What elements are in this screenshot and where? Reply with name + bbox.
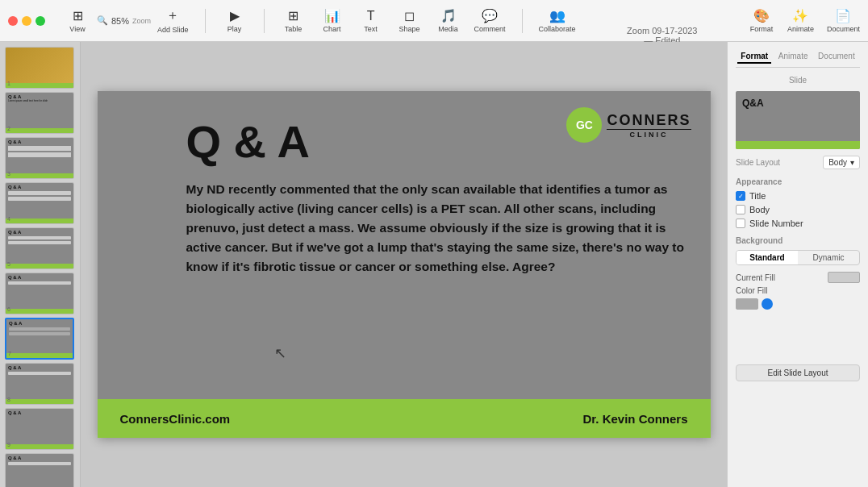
appearance-header: Appearance (736, 177, 860, 186)
slide-thumb-9[interactable]: Q & A 9 (5, 408, 74, 450)
add-slide-button[interactable]: ＋ Add Slide (157, 7, 189, 34)
slide-thumb-7[interactable]: Q & A 7 (5, 318, 74, 360)
appearance-section: Appearance Title Body Slide Number (736, 177, 860, 228)
toolbar: ⊞ View 🔍 85% Zoom ＋ Add Slide ▶ Play ⊞ T… (0, 0, 868, 42)
body-checkbox[interactable] (736, 205, 745, 214)
standard-button[interactable]: Standard (737, 251, 798, 264)
slide-thumb-10[interactable]: Q & A 10 (5, 453, 74, 487)
slide-thumb-6[interactable]: Q & A 6 (5, 273, 74, 314)
footer-left: ConnersClinic.com (120, 412, 231, 426)
zoom-icon: 🔍 (97, 15, 108, 26)
media-label: Media (438, 25, 458, 33)
slide[interactable]: Q & A GC CONNERS CLINIC My ND recently c… (98, 91, 711, 438)
slide-number-checkbox[interactable] (736, 219, 745, 228)
tab-animate[interactable]: Animate (775, 50, 812, 64)
slide-body[interactable]: My ND recently commented that the only s… (186, 180, 686, 389)
slide-thumb-4[interactable]: Q & A 4 (5, 182, 74, 224)
add-slide-icon: ＋ (166, 7, 179, 24)
slide-preview: Q&A (736, 91, 860, 149)
layout-dropdown[interactable]: Body ▾ (823, 156, 860, 169)
title-checkbox-row[interactable]: Title (736, 191, 860, 201)
animate-icon: ✨ (792, 8, 808, 23)
tab-document[interactable]: Document (815, 50, 858, 64)
slide-number-checkbox-row[interactable]: Slide Number (736, 219, 860, 228)
table-button[interactable]: ⊞ Table (281, 8, 307, 33)
layout-value: Body (828, 158, 847, 167)
zoom-control[interactable]: 🔍 85% Zoom (97, 15, 151, 26)
right-panel: Format Animate Document Slide Q&A Slide … (727, 42, 868, 487)
slide-title[interactable]: Q & A (186, 115, 310, 168)
logo-name: CONNERS (607, 112, 691, 129)
dynamic-button[interactable]: Dynamic (798, 251, 859, 264)
slide-panel: 1 Q & A Lorem ipsum small text here for … (0, 42, 81, 487)
table-label: Table (285, 25, 303, 33)
logo-initials: GC (576, 119, 593, 131)
standard-dynamic-toggle: Standard Dynamic (736, 250, 860, 265)
play-button[interactable]: ▶ Play (222, 8, 248, 33)
main-area: 1 Q & A Lorem ipsum small text here for … (0, 42, 868, 487)
animate-tab[interactable]: ✨ Animate (787, 8, 814, 33)
tab-format[interactable]: Format (737, 50, 771, 64)
footer-right: Dr. Kevin Conners (582, 412, 687, 426)
comment-button[interactable]: 💬 Comment (474, 8, 506, 33)
play-label: Play (227, 25, 242, 33)
view-group: ⊞ View 🔍 85% Zoom ＋ Add Slide (65, 7, 189, 34)
right-panel-tabs: Format Animate Document (736, 50, 860, 68)
collaborate-icon: 👥 (549, 8, 565, 23)
chevron-down-icon: ▾ (850, 158, 854, 167)
shape-button[interactable]: ◻ Shape (397, 8, 423, 33)
text-icon: T (367, 9, 375, 23)
document-icon: 📄 (835, 8, 851, 23)
document-tab[interactable]: 📄 Document (827, 8, 860, 33)
document-label: Document (827, 25, 860, 33)
edit-slide-layout-button[interactable]: Edit Slide Layout (736, 364, 860, 381)
body-checkbox-row[interactable]: Body (736, 205, 860, 214)
title-checkbox[interactable] (736, 191, 745, 201)
color-picker-button[interactable] (762, 298, 773, 310)
text-label: Text (364, 25, 378, 33)
slide-thumb-3[interactable]: Q & A 3 (5, 137, 74, 179)
logo-circle: GC (566, 107, 602, 143)
minimize-button[interactable] (22, 16, 31, 26)
preview-title: Q&A (742, 98, 764, 109)
slide-footer: ConnersClinic.com Dr. Kevin Conners (98, 399, 711, 438)
table-icon: ⊞ (288, 8, 298, 23)
slide-logo: GC CONNERS CLINIC (566, 107, 691, 143)
format-icon: 🎨 (753, 8, 770, 23)
bottom-section: Edit Slide Layout (736, 310, 860, 381)
media-button[interactable]: 🎵 Media (436, 8, 461, 33)
layout-row: Slide Layout Body ▾ (736, 156, 860, 169)
body-checkbox-label: Body (749, 205, 770, 214)
slide-number-checkbox-label: Slide Number (749, 219, 803, 228)
current-fill-swatch[interactable] (828, 272, 860, 283)
title-checkbox-label: Title (749, 191, 766, 201)
maximize-button[interactable] (35, 16, 45, 26)
shape-label: Shape (399, 25, 420, 33)
color-swatch[interactable] (736, 298, 758, 310)
chart-button[interactable]: 📊 Chart (319, 8, 345, 33)
close-button[interactable] (8, 16, 18, 26)
view-label: View (69, 25, 85, 33)
chart-label: Chart (323, 25, 341, 33)
slide-section-label: Slide (736, 76, 860, 85)
add-slide-label: Add Slide (157, 26, 189, 34)
collaborate-button[interactable]: 👥 Collaborate (539, 8, 576, 33)
text-button[interactable]: T Text (358, 9, 384, 33)
canvas-area[interactable]: Q & A GC CONNERS CLINIC My ND recently c… (81, 42, 727, 487)
slide-thumb-8[interactable]: Q & A 8 (5, 363, 74, 405)
slide-thumb-5[interactable]: Q & A 5 (5, 227, 74, 269)
slide-thumb-2[interactable]: Q & A Lorem ipsum small text here for sl… (5, 92, 74, 134)
view-button[interactable]: ⊞ View (65, 8, 90, 33)
color-fill-controls (736, 298, 860, 310)
comment-label: Comment (474, 25, 506, 33)
zoom-value: 85% (111, 16, 129, 26)
shape-icon: ◻ (404, 8, 415, 23)
slide-thumb-1[interactable]: 1 (5, 47, 74, 89)
play-icon: ▶ (230, 8, 240, 23)
separator2 (264, 9, 265, 33)
view-icon: ⊞ (73, 8, 83, 23)
chart-icon: 📊 (324, 8, 340, 23)
animate-label: Animate (787, 25, 814, 33)
separator (205, 9, 206, 33)
format-tab[interactable]: 🎨 Format (749, 8, 774, 33)
